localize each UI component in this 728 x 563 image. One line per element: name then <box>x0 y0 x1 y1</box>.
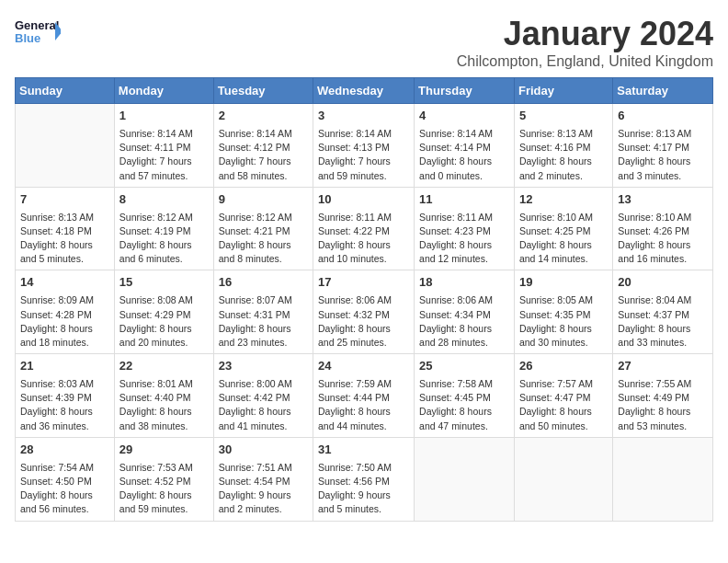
day-info: Sunrise: 8:14 AM Sunset: 4:13 PM Dayligh… <box>318 127 409 183</box>
day-number: 1 <box>119 108 209 125</box>
calendar-table: SundayMondayTuesdayWednesdayThursdayFrid… <box>15 77 713 522</box>
calendar-cell: 28Sunrise: 7:54 AM Sunset: 4:50 PM Dayli… <box>16 437 115 521</box>
day-number: 14 <box>20 274 109 292</box>
day-info: Sunrise: 7:57 AM Sunset: 4:47 PM Dayligh… <box>519 377 608 433</box>
day-number: 10 <box>318 191 409 209</box>
weekday-header: Friday <box>514 78 612 104</box>
calendar-week-row: 1Sunrise: 8:14 AM Sunset: 4:11 PM Daylig… <box>16 104 713 188</box>
day-info: Sunrise: 8:06 AM Sunset: 4:32 PM Dayligh… <box>318 293 409 350</box>
day-number: 15 <box>119 274 209 292</box>
day-number: 5 <box>519 108 608 125</box>
weekday-header: Monday <box>114 78 213 104</box>
calendar-cell <box>514 437 612 521</box>
day-info: Sunrise: 8:14 AM Sunset: 4:11 PM Dayligh… <box>119 127 209 183</box>
day-number: 11 <box>419 191 509 209</box>
title-block: January 2024 Chilcompton, England, Unite… <box>457 15 713 70</box>
weekday-header: Sunday <box>16 78 115 104</box>
weekday-header: Tuesday <box>213 78 313 104</box>
calendar-cell: 3Sunrise: 8:14 AM Sunset: 4:13 PM Daylig… <box>313 104 415 188</box>
day-info: Sunrise: 8:06 AM Sunset: 4:34 PM Dayligh… <box>419 293 509 350</box>
day-info: Sunrise: 8:04 AM Sunset: 4:37 PM Dayligh… <box>618 293 708 350</box>
calendar-cell: 23Sunrise: 8:00 AM Sunset: 4:42 PM Dayli… <box>213 354 313 438</box>
calendar-week-row: 21Sunrise: 8:03 AM Sunset: 4:39 PM Dayli… <box>16 354 713 438</box>
calendar-cell <box>16 104 115 188</box>
day-info: Sunrise: 8:13 AM Sunset: 4:16 PM Dayligh… <box>519 127 608 183</box>
calendar-cell: 6Sunrise: 8:13 AM Sunset: 4:17 PM Daylig… <box>613 104 713 188</box>
day-info: Sunrise: 8:11 AM Sunset: 4:22 PM Dayligh… <box>318 211 409 267</box>
day-info: Sunrise: 8:10 AM Sunset: 4:25 PM Dayligh… <box>519 211 608 267</box>
calendar-week-row: 14Sunrise: 8:09 AM Sunset: 4:28 PM Dayli… <box>16 270 713 354</box>
calendar-cell: 22Sunrise: 8:01 AM Sunset: 4:40 PM Dayli… <box>114 354 213 438</box>
weekday-header: Wednesday <box>313 78 415 104</box>
day-number: 4 <box>419 108 509 125</box>
day-info: Sunrise: 8:09 AM Sunset: 4:28 PM Dayligh… <box>20 293 109 350</box>
day-number: 21 <box>20 358 109 375</box>
day-number: 6 <box>618 108 708 125</box>
weekday-header: Saturday <box>613 78 713 104</box>
calendar-cell: 2Sunrise: 8:14 AM Sunset: 4:12 PM Daylig… <box>213 104 313 188</box>
calendar-cell: 1Sunrise: 8:14 AM Sunset: 4:11 PM Daylig… <box>114 104 213 188</box>
calendar-cell: 18Sunrise: 8:06 AM Sunset: 4:34 PM Dayli… <box>415 270 515 354</box>
calendar-title: January 2024 <box>457 15 713 53</box>
day-number: 3 <box>318 108 409 125</box>
day-info: Sunrise: 8:08 AM Sunset: 4:29 PM Dayligh… <box>119 293 209 350</box>
calendar-cell: 4Sunrise: 8:14 AM Sunset: 4:14 PM Daylig… <box>415 104 515 188</box>
day-number: 29 <box>119 442 209 459</box>
day-info: Sunrise: 7:50 AM Sunset: 4:56 PM Dayligh… <box>318 461 409 517</box>
day-info: Sunrise: 7:51 AM Sunset: 4:54 PM Dayligh… <box>219 461 308 517</box>
calendar-cell: 31Sunrise: 7:50 AM Sunset: 4:56 PM Dayli… <box>313 437 415 521</box>
day-info: Sunrise: 8:12 AM Sunset: 4:19 PM Dayligh… <box>119 211 209 267</box>
calendar-subtitle: Chilcompton, England, United Kingdom <box>457 53 713 70</box>
day-number: 7 <box>20 191 109 209</box>
day-number: 28 <box>20 442 109 459</box>
calendar-cell: 14Sunrise: 8:09 AM Sunset: 4:28 PM Dayli… <box>16 270 115 354</box>
weekday-header-row: SundayMondayTuesdayWednesdayThursdayFrid… <box>16 78 713 104</box>
calendar-cell: 13Sunrise: 8:10 AM Sunset: 4:26 PM Dayli… <box>613 187 713 270</box>
calendar-cell: 30Sunrise: 7:51 AM Sunset: 4:54 PM Dayli… <box>213 437 313 521</box>
day-number: 2 <box>219 108 308 125</box>
calendar-cell: 24Sunrise: 7:59 AM Sunset: 4:44 PM Dayli… <box>313 354 415 438</box>
day-info: Sunrise: 7:54 AM Sunset: 4:50 PM Dayligh… <box>20 461 109 517</box>
calendar-cell <box>613 437 713 521</box>
calendar-week-row: 28Sunrise: 7:54 AM Sunset: 4:50 PM Dayli… <box>16 437 713 521</box>
day-info: Sunrise: 8:00 AM Sunset: 4:42 PM Dayligh… <box>219 377 308 433</box>
calendar-cell: 25Sunrise: 7:58 AM Sunset: 4:45 PM Dayli… <box>415 354 515 438</box>
day-number: 26 <box>519 358 608 375</box>
day-number: 19 <box>519 274 608 292</box>
logo-svg: General Blue <box>15 15 61 52</box>
day-info: Sunrise: 8:13 AM Sunset: 4:17 PM Dayligh… <box>618 127 708 183</box>
calendar-cell: 19Sunrise: 8:05 AM Sunset: 4:35 PM Dayli… <box>514 270 612 354</box>
calendar-cell: 16Sunrise: 8:07 AM Sunset: 4:31 PM Dayli… <box>213 270 313 354</box>
calendar-week-row: 7Sunrise: 8:13 AM Sunset: 4:18 PM Daylig… <box>16 187 713 270</box>
day-info: Sunrise: 8:01 AM Sunset: 4:40 PM Dayligh… <box>119 377 209 433</box>
day-number: 27 <box>618 358 708 375</box>
day-number: 8 <box>119 191 209 209</box>
weekday-header: Thursday <box>415 78 515 104</box>
day-number: 24 <box>318 358 409 375</box>
day-number: 22 <box>119 358 209 375</box>
day-number: 12 <box>519 191 608 209</box>
svg-text:General: General <box>15 18 59 32</box>
logo: General Blue <box>15 15 61 52</box>
day-info: Sunrise: 8:14 AM Sunset: 4:12 PM Dayligh… <box>219 127 308 183</box>
day-info: Sunrise: 8:11 AM Sunset: 4:23 PM Dayligh… <box>419 211 509 267</box>
day-info: Sunrise: 8:03 AM Sunset: 4:39 PM Dayligh… <box>20 377 109 433</box>
day-number: 9 <box>219 191 308 209</box>
day-info: Sunrise: 8:05 AM Sunset: 4:35 PM Dayligh… <box>519 293 608 350</box>
calendar-cell: 29Sunrise: 7:53 AM Sunset: 4:52 PM Dayli… <box>114 437 213 521</box>
calendar-cell: 5Sunrise: 8:13 AM Sunset: 4:16 PM Daylig… <box>514 104 612 188</box>
day-info: Sunrise: 8:07 AM Sunset: 4:31 PM Dayligh… <box>219 293 308 350</box>
calendar-cell <box>415 437 515 521</box>
day-number: 18 <box>419 274 509 292</box>
day-number: 30 <box>219 442 308 459</box>
svg-text:Blue: Blue <box>15 31 40 45</box>
day-number: 16 <box>219 274 308 292</box>
day-info: Sunrise: 8:12 AM Sunset: 4:21 PM Dayligh… <box>219 211 308 267</box>
calendar-cell: 10Sunrise: 8:11 AM Sunset: 4:22 PM Dayli… <box>313 187 415 270</box>
calendar-cell: 8Sunrise: 8:12 AM Sunset: 4:19 PM Daylig… <box>114 187 213 270</box>
calendar-cell: 20Sunrise: 8:04 AM Sunset: 4:37 PM Dayli… <box>613 270 713 354</box>
day-number: 31 <box>318 442 409 459</box>
day-info: Sunrise: 7:58 AM Sunset: 4:45 PM Dayligh… <box>419 377 509 433</box>
day-info: Sunrise: 7:59 AM Sunset: 4:44 PM Dayligh… <box>318 377 409 433</box>
day-info: Sunrise: 8:10 AM Sunset: 4:26 PM Dayligh… <box>618 211 708 267</box>
